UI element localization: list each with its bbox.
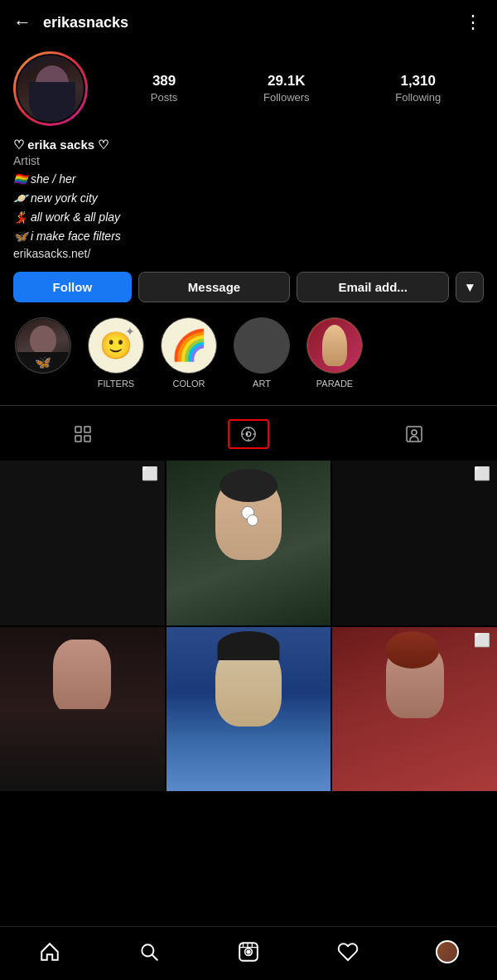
tab-reels[interactable]: [166, 406, 331, 461]
highlight-label-filters: FILTERS: [98, 379, 134, 389]
action-buttons: Follow Message Email add... ▾: [13, 272, 484, 302]
highlight-item-art[interactable]: ART: [232, 317, 292, 389]
nav-home[interactable]: [29, 937, 70, 967]
highlight-item-parade[interactable]: PARADE: [305, 317, 364, 389]
highlight-label-art: ART: [253, 379, 271, 389]
stat-posts[interactable]: 389 Posts: [151, 73, 178, 104]
highlight-circle-color: 🌈: [161, 317, 217, 374]
header-username: erikasnacks: [43, 14, 464, 31]
avatar-ring: [13, 51, 88, 126]
svg-point-16: [247, 950, 249, 953]
following-label: Following: [395, 91, 441, 104]
home-icon: [39, 941, 60, 963]
tab-tagged[interactable]: [331, 406, 497, 461]
profile-section: 389 Posts 29.1K Followers 1,310 Followin…: [0, 45, 497, 398]
reels-nav-icon: [238, 941, 259, 963]
svg-rect-3: [84, 436, 90, 442]
svg-rect-0: [75, 427, 81, 432]
svg-rect-10: [407, 427, 422, 442]
header: ← erikasnacks ⋮: [0, 0, 497, 45]
photo-grid: ⬜ ⬜ ⬜: [0, 461, 497, 791]
stat-followers[interactable]: 29.1K Followers: [263, 73, 310, 104]
more-options-button[interactable]: ⋮: [464, 12, 484, 33]
posts-count: 389: [151, 73, 178, 89]
svg-rect-2: [75, 436, 81, 442]
highlight-circle-art: [234, 317, 290, 374]
avatar[interactable]: [13, 51, 88, 126]
reels-icon: [239, 425, 258, 443]
message-button[interactable]: Message: [138, 272, 291, 302]
bio-line-4: 🦋 i make face filters: [13, 228, 484, 245]
reels-tab-box: [228, 419, 269, 449]
nav-profile-avatar: [436, 940, 459, 963]
followers-count: 29.1K: [263, 73, 310, 89]
profile-top: 389 Posts 29.1K Followers 1,310 Followin…: [13, 51, 484, 126]
following-count: 1,310: [395, 73, 441, 89]
display-name: ♡ erika sacks ♡: [13, 138, 484, 152]
grid-overlay-3: ⬜: [474, 466, 490, 481]
profile-stats: 389 Posts 29.1K Followers 1,310 Followin…: [108, 73, 484, 104]
bio-line-3: 💃 all work & all play: [13, 209, 484, 226]
highlight-circle-filters: 🙂 ✦: [88, 317, 144, 374]
grid-item-3[interactable]: ⬜: [332, 461, 497, 625]
highlight-circle-butterfly: 🦋: [15, 317, 71, 374]
heart-icon: [337, 941, 359, 963]
grid-icon: [73, 424, 93, 444]
highlight-label-parade: PARADE: [316, 379, 353, 389]
grid-item-4[interactable]: [0, 627, 165, 792]
highlight-item-color[interactable]: 🌈 COLOR: [159, 317, 219, 389]
grid-item-2[interactable]: [166, 461, 331, 625]
bio-link[interactable]: erikasacks.net/: [13, 247, 484, 260]
nav-reels[interactable]: [228, 937, 269, 967]
tagged-icon: [404, 424, 424, 444]
grid-item-1[interactable]: ⬜: [0, 461, 165, 625]
followers-label: Followers: [263, 91, 310, 104]
stat-following[interactable]: 1,310 Following: [395, 73, 441, 104]
dropdown-button[interactable]: ▾: [456, 272, 484, 302]
back-button[interactable]: ←: [13, 12, 31, 33]
posts-label: Posts: [151, 91, 178, 104]
highlight-circle-parade: [306, 317, 363, 374]
email-button[interactable]: Email add...: [297, 272, 449, 302]
avatar-inner: [16, 54, 85, 123]
search-icon: [138, 941, 160, 963]
bio-category: Artist: [13, 154, 484, 167]
bottom-navigation: [0, 926, 497, 980]
nav-search[interactable]: [128, 937, 170, 967]
avatar-photo: [17, 54, 84, 123]
bio-line-2: 🪐 new york city: [13, 190, 484, 207]
highlight-label-color: COLOR: [172, 379, 205, 389]
story-highlights: 🦋 🙂 ✦ FILTERS 🌈 COLOR ART: [13, 317, 484, 398]
nav-heart[interactable]: [327, 937, 369, 967]
nav-profile[interactable]: [427, 937, 468, 967]
grid-overlay-6: ⬜: [474, 632, 490, 648]
grid-item-6[interactable]: ⬜: [332, 627, 497, 792]
highlight-item-butterfly[interactable]: 🦋: [13, 317, 73, 389]
tab-grid[interactable]: [0, 406, 166, 461]
follow-button[interactable]: Follow: [13, 272, 132, 302]
grid-overlay-1: ⬜: [142, 466, 158, 481]
content-tabs: [0, 405, 497, 461]
highlight-item-filters[interactable]: 🙂 ✦ FILTERS: [86, 317, 146, 389]
bottom-spacer: [0, 791, 497, 849]
color-icon: 🌈: [171, 328, 208, 363]
svg-line-13: [152, 955, 157, 960]
bio-line-1: 🏳️‍🌈 she / her: [13, 171, 484, 188]
bio-section: ♡ erika sacks ♡ Artist 🏳️‍🌈 she / her 🪐 …: [13, 138, 484, 260]
svg-point-11: [412, 430, 417, 435]
grid-item-5[interactable]: [166, 627, 331, 792]
svg-rect-1: [84, 427, 90, 432]
